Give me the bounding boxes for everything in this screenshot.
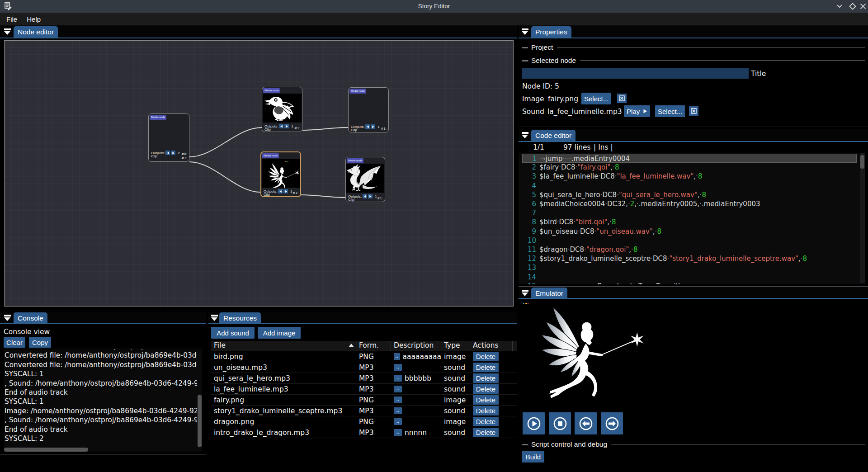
code-scrollbar-thumb[interactable] xyxy=(860,155,864,169)
column-header-description[interactable]: Description xyxy=(391,341,441,351)
add-image-button[interactable]: Add image xyxy=(258,327,301,339)
line-number: 2 xyxy=(522,163,536,172)
edit-description-button[interactable]: .. xyxy=(394,353,400,360)
table-row[interactable]: fairy.png PNG .. image Delete xyxy=(211,395,517,406)
minimize-button[interactable] xyxy=(835,2,844,11)
table-row[interactable]: un_oiseau.mp3 MP3 .. sound Delete xyxy=(211,362,517,373)
code-token: DC8 xyxy=(600,172,615,180)
delete-button[interactable]: Delete xyxy=(473,395,499,405)
menu-help[interactable]: Help xyxy=(23,13,44,26)
collapse-icon[interactable] xyxy=(522,289,528,296)
tab-node-editor[interactable]: Node editor xyxy=(14,26,58,38)
console-vertical-scrollbar[interactable] xyxy=(198,395,202,447)
table-row[interactable]: dragon.png PNG .. image Delete xyxy=(211,416,517,427)
collapse-icon[interactable] xyxy=(4,28,11,35)
copy-button[interactable]: Copy xyxy=(29,337,51,348)
table-row[interactable]: la_fee_luminelle.mp3 MP3 .. sound Delete xyxy=(211,384,517,395)
decrement-output-button[interactable] xyxy=(363,194,367,198)
delete-button[interactable]: Delete xyxy=(473,428,499,437)
column-header-file[interactable]: File xyxy=(211,341,356,351)
decrement-output-button[interactable] xyxy=(365,124,370,129)
increment-output-button[interactable] xyxy=(371,124,375,129)
table-row[interactable]: story1_drako_luminelle_sceptre.mp3 MP3 .… xyxy=(211,406,517,416)
tab-properties[interactable]: Properties xyxy=(531,26,571,38)
column-header-type[interactable]: Type xyxy=(441,341,470,351)
connection-wire[interactable] xyxy=(302,127,348,130)
increment-output-button[interactable] xyxy=(283,189,288,194)
edit-description-button[interactable]: .. xyxy=(394,396,402,403)
tab-code-editor[interactable]: Code editor xyxy=(531,130,576,141)
console-horizontal-scrollbar[interactable] xyxy=(4,448,88,452)
code-token: $mediaChoice0004 xyxy=(539,200,605,208)
splitter[interactable] xyxy=(519,286,868,287)
add-sound-button[interactable]: Add sound xyxy=(211,327,255,339)
edit-description-button[interactable]: .. xyxy=(394,429,402,436)
delete-button[interactable]: Delete xyxy=(473,363,499,372)
delete-button[interactable]: Delete xyxy=(473,373,499,383)
increment-output-button[interactable] xyxy=(368,194,373,198)
node-clip-row: Clip xyxy=(348,198,354,202)
collapse-icon[interactable] xyxy=(4,314,11,321)
tab-console[interactable]: Console xyxy=(14,312,47,324)
graph-node[interactable]: Media node Outputs:1Clip#1: xyxy=(262,87,302,132)
clear-button[interactable]: Clear xyxy=(4,337,25,348)
divider xyxy=(4,349,204,349)
collapse-icon[interactable] xyxy=(522,132,528,138)
play-button[interactable]: Play xyxy=(624,105,650,117)
console-log[interactable]: Convertered file: /home/anthony/ostproj/… xyxy=(4,349,202,452)
decrement-output-button[interactable] xyxy=(278,189,283,194)
sound-select-button[interactable]: Select... xyxy=(655,105,685,117)
delete-button[interactable]: Delete xyxy=(473,384,499,394)
delete-button[interactable]: Delete xyxy=(473,417,499,426)
table-row[interactable]: bird.png PNG .. aaaaaaaaa image Delete xyxy=(211,351,517,362)
output-port-label[interactable]: #1: xyxy=(294,127,300,130)
emulator-previous-button[interactable] xyxy=(575,412,597,434)
column-header-form[interactable]: Form. xyxy=(356,341,391,351)
emulator-panel-header: Emulator xyxy=(519,287,868,299)
column-header-actions[interactable]: Actions xyxy=(470,341,513,351)
output-port-label[interactable]: #1: xyxy=(377,197,383,200)
delete-button[interactable]: Delete xyxy=(473,352,499,361)
edit-description-button[interactable]: .. xyxy=(394,418,402,425)
build-button[interactable]: Build xyxy=(522,451,544,463)
table-row[interactable]: qui_sera_le_hero.mp3 MP3 .. bbbbbb sound… xyxy=(211,373,517,384)
tab-emulator[interactable]: Emulator xyxy=(531,288,567,299)
tab-resources[interactable]: Resources xyxy=(219,312,261,324)
output-port-label[interactable]: #1: xyxy=(292,192,298,195)
emulator-stop-button[interactable] xyxy=(549,412,571,434)
output-port-label[interactable]: #1: xyxy=(181,157,187,160)
collapse-icon[interactable] xyxy=(522,28,528,35)
connection-wire[interactable] xyxy=(189,162,260,192)
graph-node[interactable]: Media nodeOutputs:2Clip#0:#1: xyxy=(148,113,189,162)
connection-wire[interactable] xyxy=(189,127,262,157)
maximize-button[interactable] xyxy=(848,2,857,11)
title-input[interactable] xyxy=(522,68,749,79)
graph-node[interactable]: Media node Outputs:1Clip#1: xyxy=(345,157,385,202)
image-clear-button[interactable] xyxy=(617,94,627,103)
decrement-output-button[interactable] xyxy=(165,151,170,155)
edit-description-button[interactable]: .. xyxy=(394,386,402,392)
edit-description-button[interactable]: .. xyxy=(394,407,402,414)
emulator-next-button[interactable] xyxy=(601,412,623,434)
output-port-label[interactable]: #0: xyxy=(181,153,187,156)
collapse-icon[interactable] xyxy=(211,314,218,321)
output-port-label[interactable]: #1: xyxy=(381,127,387,131)
increment-output-button[interactable] xyxy=(284,124,289,128)
sound-clear-button[interactable] xyxy=(689,106,698,116)
delete-button[interactable]: Delete xyxy=(473,406,499,415)
node-editor-canvas[interactable]: Media nodeOutputs:2Clip#0:#1:Media node … xyxy=(4,40,514,307)
graph-node[interactable]: Media nodeOutputs:1Clip#1: xyxy=(348,87,389,132)
connection-wire[interactable] xyxy=(301,195,345,198)
graph-node[interactable]: Media node Outputs:1Clip#1: xyxy=(260,151,301,197)
edit-description-button[interactable]: .. xyxy=(394,364,402,371)
close-button[interactable] xyxy=(859,2,868,11)
menu-file[interactable]: File xyxy=(3,13,21,26)
image-select-button[interactable]: Select... xyxy=(581,93,611,104)
code-editor-area[interactable]: 1→jump····.mediaEntry00042$fairy·DC8·"fa… xyxy=(519,153,860,284)
emulator-play-button[interactable] xyxy=(523,412,545,434)
code-scrollbar-track[interactable] xyxy=(860,153,865,283)
edit-description-button[interactable]: .. xyxy=(394,375,402,382)
increment-output-button[interactable] xyxy=(171,151,175,155)
decrement-output-button[interactable] xyxy=(279,124,283,128)
table-row[interactable]: intro_drako_le_dragon.mp3 MP3 .. nnnnn s… xyxy=(211,427,517,438)
